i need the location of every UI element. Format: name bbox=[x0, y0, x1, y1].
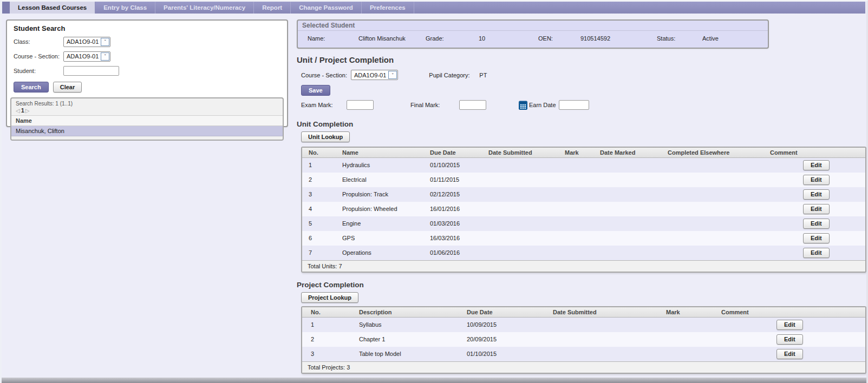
edit-button[interactable]: Edit bbox=[803, 248, 830, 258]
chevron-down-icon[interactable]: ˇ bbox=[388, 71, 397, 79]
table-row: 2 Chapter 1 20/09/2015 Edit bbox=[302, 332, 865, 347]
app-page: Lesson Based Courses Entry by Class Pare… bbox=[0, 0, 868, 383]
project-completion-title: Project Completion bbox=[297, 281, 364, 289]
final-mark-label: Final Mark: bbox=[410, 102, 459, 108]
tab-parents-literacy-numeracy[interactable]: Parents' Literacy/Numeracy bbox=[155, 2, 254, 14]
search-results-summary: Search Results: 1 (1..1) bbox=[11, 98, 283, 107]
pupil-category-value: PT bbox=[479, 72, 487, 78]
unit-lookup-button[interactable]: Unit Lookup bbox=[301, 131, 350, 142]
course-section-label: Course - Section: bbox=[14, 53, 63, 60]
oen-label: OEN: bbox=[538, 35, 580, 42]
col-actions bbox=[803, 148, 865, 157]
course-section-select-main-value: ADA1O9-01 bbox=[354, 72, 386, 78]
chevron-down-icon[interactable]: ˇ bbox=[101, 52, 109, 61]
search-results-box: Search Results: 1 (1..1) ◁ 1 ▷ Name Misa… bbox=[10, 97, 284, 141]
edit-button[interactable]: Edit bbox=[803, 204, 830, 214]
project-table-header: No. Description Due Date Date Submitted … bbox=[302, 307, 865, 318]
bottom-edge-bar bbox=[0, 378, 868, 383]
edit-button[interactable]: Edit bbox=[776, 334, 803, 345]
next-page-icon[interactable]: ▷ bbox=[25, 108, 30, 114]
table-row: 1 Syllabus 10/09/2015 Edit bbox=[302, 318, 865, 332]
col-due-date: Due Date bbox=[423, 148, 482, 157]
earn-date-input[interactable] bbox=[559, 100, 589, 110]
exam-mark-input[interactable] bbox=[347, 100, 374, 110]
edit-button[interactable]: Edit bbox=[803, 233, 830, 243]
results-pager: ◁ 1 ▷ bbox=[11, 107, 283, 115]
col-name: Name bbox=[336, 148, 423, 157]
table-row: 4 Propulsion: Wheeled 16/01/2016 Edit bbox=[302, 202, 865, 216]
selected-student-box: Selected Student Name: Clifton Misanchuk… bbox=[297, 19, 769, 49]
course-section-select-main[interactable]: ADA1O9-01 ˇ bbox=[351, 70, 398, 80]
page-number[interactable]: 1 bbox=[21, 107, 24, 114]
calendar-icon[interactable] bbox=[519, 101, 527, 110]
tab-entry-by-class[interactable]: Entry by Class bbox=[95, 2, 155, 14]
final-mark-input[interactable] bbox=[459, 100, 486, 110]
pupil-category-label: Pupil Category: bbox=[429, 72, 479, 78]
table-row: 2 Electrical 01/11/2015 Edit bbox=[302, 173, 865, 187]
col-mark: Mark bbox=[558, 148, 593, 157]
selected-student-title: Selected Student bbox=[298, 21, 768, 31]
prev-page-icon[interactable]: ◁ bbox=[16, 108, 20, 114]
grade-label: Grade: bbox=[426, 35, 479, 42]
col-description: Description bbox=[350, 307, 458, 317]
result-row-selected[interactable]: Misanchuk, Clifton bbox=[11, 126, 283, 136]
edit-button[interactable]: Edit bbox=[803, 219, 830, 229]
top-nav: Lesson Based Courses Entry by Class Pare… bbox=[2, 2, 865, 14]
col-mark: Mark bbox=[657, 307, 713, 317]
course-section-label-main: Course - Section: bbox=[301, 72, 351, 78]
col-actions bbox=[776, 307, 865, 317]
grade-value: 10 bbox=[479, 35, 538, 42]
unit-completion-table: No. Name Due Date Date Submitted Mark Da… bbox=[301, 147, 866, 273]
edit-button[interactable]: Edit bbox=[776, 349, 803, 359]
col-comment: Comment bbox=[713, 307, 776, 317]
table-row: 5 Engine 01/03/2016 Edit bbox=[302, 216, 865, 231]
project-table-total: Total Projects: 3 bbox=[302, 361, 865, 373]
student-search-title: Student Search bbox=[10, 24, 284, 32]
results-name-header: Name bbox=[11, 115, 283, 126]
col-completed-elsewhere: Completed Elsewhere bbox=[661, 148, 763, 157]
status-label: Status: bbox=[657, 35, 702, 42]
table-row: 6 GPS 16/03/2016 Edit bbox=[302, 231, 865, 246]
exam-mark-label: Exam Mark: bbox=[301, 102, 347, 108]
col-comment: Comment bbox=[763, 148, 803, 157]
search-button[interactable]: Search bbox=[14, 82, 49, 93]
class-select[interactable]: ADA1O9-01 ˇ bbox=[63, 37, 110, 47]
class-label: Class: bbox=[14, 38, 63, 45]
edit-button[interactable]: Edit bbox=[776, 320, 803, 330]
col-date-submitted: Date Submitted bbox=[544, 307, 657, 317]
student-search-panel: Student Search Class: ADA1O9-01 ˇ Course… bbox=[6, 19, 288, 127]
edit-button[interactable]: Edit bbox=[803, 175, 830, 185]
table-row: 1 Hydraulics 01/10/2015 Edit bbox=[302, 158, 865, 173]
project-lookup-button[interactable]: Project Lookup bbox=[301, 292, 358, 303]
col-date-marked: Date Marked bbox=[593, 148, 661, 157]
save-button[interactable]: Save bbox=[301, 85, 330, 96]
course-section-select[interactable]: ADA1O9-01 ˇ bbox=[63, 51, 110, 62]
student-label: Student: bbox=[14, 68, 63, 74]
student-input[interactable] bbox=[63, 66, 119, 76]
status-value: Active bbox=[702, 35, 768, 42]
tab-preferences[interactable]: Preferences bbox=[362, 2, 414, 14]
col-no: No. bbox=[302, 307, 350, 317]
project-completion-table: No. Description Due Date Date Submitted … bbox=[301, 306, 866, 374]
tab-lesson-based-courses[interactable]: Lesson Based Courses bbox=[10, 2, 95, 14]
unit-table-total: Total Units: 7 bbox=[302, 260, 865, 272]
clear-button[interactable]: Clear bbox=[53, 82, 82, 93]
name-label: Name: bbox=[308, 35, 358, 42]
earn-date-label: Earn Date bbox=[529, 102, 559, 108]
oen-value: 910514592 bbox=[580, 35, 657, 42]
unit-table-header: No. Name Due Date Date Submitted Mark Da… bbox=[302, 148, 865, 158]
class-select-value: ADA1O9-01 bbox=[67, 38, 99, 45]
tab-change-password[interactable]: Change Password bbox=[291, 2, 362, 14]
unit-completion-title: Unit Completion bbox=[297, 120, 353, 128]
table-row: 3 Table top Model 01/10/2015 Edit bbox=[302, 347, 865, 361]
col-date-submitted: Date Submitted bbox=[482, 148, 558, 157]
table-row: 7 Operations 01/06/2016 Edit bbox=[302, 246, 865, 260]
unit-project-completion-title: Unit / Project Completion bbox=[297, 55, 394, 64]
edit-button[interactable]: Edit bbox=[803, 189, 830, 200]
edit-button[interactable]: Edit bbox=[803, 160, 830, 170]
col-no: No. bbox=[302, 148, 336, 157]
col-due-date: Due Date bbox=[458, 307, 544, 317]
tab-report[interactable]: Report bbox=[254, 2, 291, 14]
chevron-down-icon[interactable]: ˇ bbox=[101, 38, 109, 46]
nav-left-cap bbox=[2, 2, 10, 14]
